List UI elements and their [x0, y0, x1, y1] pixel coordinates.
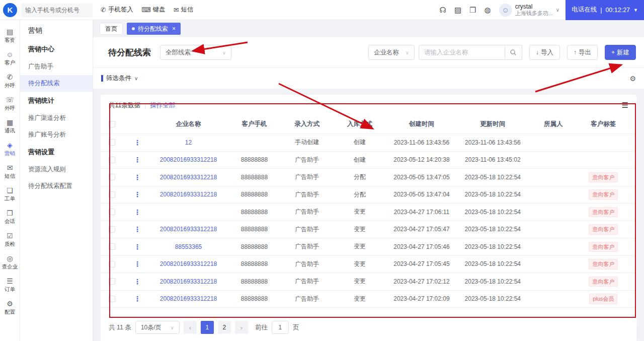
- company-link[interactable]: 12: [185, 139, 192, 146]
- gear-icon[interactable]: ⚙: [629, 75, 636, 83]
- row-checkbox[interactable]: [109, 174, 115, 180]
- rail-item-communication[interactable]: ▦通讯: [0, 115, 20, 138]
- user-menu[interactable]: crystal 上海钱多多功...: [515, 3, 553, 17]
- app-logo[interactable]: K: [3, 3, 17, 17]
- submenu-item[interactable]: 广告助手: [20, 58, 93, 75]
- company-link[interactable]: 20082016933312218: [160, 226, 217, 233]
- headset-icon[interactable]: ☊: [440, 6, 446, 15]
- rail-item-sms[interactable]: ✉短信: [0, 160, 20, 183]
- row-checkbox[interactable]: [109, 278, 115, 285]
- row-checkbox[interactable]: [109, 157, 115, 163]
- row-checkbox[interactable]: [109, 191, 115, 198]
- create-button[interactable]: + 新建: [605, 45, 636, 60]
- rail-item-order[interactable]: ☰订单: [0, 274, 20, 296]
- feedback-icon[interactable]: ◍: [485, 6, 491, 15]
- row-checkbox[interactable]: [109, 261, 115, 267]
- column-menu-icon[interactable]: ☰: [622, 101, 628, 110]
- page-button-1[interactable]: 1: [201, 321, 214, 334]
- customer-tag[interactable]: 意向客户: [589, 189, 618, 200]
- kebab-icon[interactable]: ⋮: [134, 225, 141, 233]
- row-checkbox[interactable]: [109, 209, 115, 215]
- rail-item-settings[interactable]: ⚙配置: [0, 296, 20, 319]
- next-page-button[interactable]: ›: [235, 321, 248, 334]
- submenu-item[interactable]: 资源流入规则: [20, 161, 93, 178]
- tab-home[interactable]: 首页: [100, 23, 123, 35]
- sms-button[interactable]: ✉ 短信: [174, 6, 194, 14]
- rail-item-marketing[interactable]: ◈营销: [0, 138, 20, 160]
- company-link[interactable]: 88553365: [175, 243, 202, 250]
- screenshot-icon[interactable]: ▨: [454, 6, 461, 15]
- submenu-item[interactable]: 推广渠道分析: [20, 110, 93, 126]
- lead-filter-select[interactable]: 全部线索 ∨: [160, 45, 231, 60]
- kebab-icon[interactable]: ⋮: [134, 139, 141, 147]
- rail-item-ticket[interactable]: ❏工单: [0, 183, 20, 206]
- created-time-cell: 2023-04-27 17:06:11: [386, 209, 457, 216]
- company-link[interactable]: 20082016933312218: [160, 260, 217, 267]
- customer-tag[interactable]: 意向客户: [589, 207, 618, 218]
- kebab-icon[interactable]: ⋮: [134, 190, 141, 198]
- rail-item-customer[interactable]: ☺客户: [0, 47, 20, 70]
- conversation-icon: ❐: [7, 209, 13, 217]
- customer-tag[interactable]: 意向客户: [589, 277, 618, 287]
- user-chevron-down-icon[interactable]: ∨: [556, 7, 559, 13]
- submenu-item[interactable]: 推广账号分析: [20, 126, 93, 143]
- page-button-2[interactable]: 2: [218, 321, 231, 334]
- phone-status-bar[interactable]: 电话在线 | 00:12:27 ▼: [566, 0, 644, 20]
- rail-item-outbound-call-2[interactable]: ☏外呼: [0, 92, 20, 115]
- updated-time-cell: 2023-05-18 10:22:54: [457, 260, 528, 267]
- prev-page-button[interactable]: ‹: [184, 321, 197, 334]
- customer-tag[interactable]: 意向客户: [589, 224, 618, 235]
- rail-item-outbound-call[interactable]: ✆外呼: [0, 70, 20, 92]
- import-button[interactable]: ↓ 导入: [529, 45, 560, 60]
- avatar[interactable]: ☺: [499, 4, 512, 17]
- kebab-icon[interactable]: ⋮: [134, 243, 141, 251]
- customer-tag[interactable]: plus会员: [589, 294, 617, 304]
- search-button[interactable]: [505, 45, 522, 60]
- company-link[interactable]: 20082016933312218: [160, 278, 217, 285]
- company-field-select[interactable]: 企业名称 ∨: [368, 45, 415, 60]
- operate-all-link[interactable]: 操作全部: [150, 101, 175, 110]
- kebab-icon[interactable]: ⋮: [134, 173, 141, 181]
- company-link[interactable]: 20082016933312218: [160, 295, 217, 302]
- filter-toggle-label[interactable]: 筛选条件: [106, 74, 131, 83]
- company-link[interactable]: 20082016933312218: [160, 191, 217, 198]
- customer-tag[interactable]: 意向客户: [589, 242, 618, 252]
- goto-page-input[interactable]: [272, 321, 289, 334]
- export-button[interactable]: ↑ 导出: [567, 45, 598, 60]
- phone-search-input[interactable]: [25, 7, 89, 14]
- customer-tag[interactable]: 意向客户: [589, 172, 618, 183]
- rail-item-quality-check[interactable]: ☑质检: [0, 228, 20, 251]
- phone-search-box[interactable]: [21, 3, 93, 17]
- company-link[interactable]: 20082016933312218: [160, 156, 217, 163]
- submenu-group-header[interactable]: 营销统计: [20, 92, 93, 110]
- kebab-icon[interactable]: ⋮: [134, 278, 141, 286]
- customer-tag[interactable]: 意向客户: [589, 259, 618, 269]
- row-checkbox[interactable]: [109, 226, 115, 233]
- filter-chevron-down-icon[interactable]: ∨: [134, 76, 138, 81]
- submenu-item[interactable]: 待分配线索: [20, 75, 93, 92]
- storage-method-cell: 变更: [334, 208, 386, 216]
- phone-signin-button[interactable]: ✆ 手机签入: [101, 6, 133, 14]
- tab-close-icon[interactable]: ×: [172, 25, 176, 32]
- kebab-icon[interactable]: ⋮: [134, 295, 141, 303]
- kebab-icon[interactable]: ⋮: [134, 208, 141, 216]
- rail-item-company-search[interactable]: ◎查企业: [0, 251, 20, 274]
- row-checkbox[interactable]: [109, 296, 115, 302]
- submenu-group-header[interactable]: 营销设置: [20, 143, 93, 161]
- rail-item-customer-assets[interactable]: ▤客资: [0, 24, 20, 47]
- kebab-icon[interactable]: ⋮: [134, 260, 141, 268]
- company-search-input[interactable]: [419, 45, 505, 60]
- select-all-checkbox[interactable]: [109, 121, 115, 127]
- col-header-entry-method: 录入方式: [281, 120, 334, 128]
- submenu-group-header[interactable]: 营销中心: [20, 40, 93, 58]
- manual-icon[interactable]: ❒: [469, 6, 476, 15]
- row-checkbox[interactable]: [109, 139, 115, 146]
- tab-pending-leads[interactable]: 待分配线索 ×: [127, 23, 181, 35]
- page-size-select[interactable]: 10条/页 ∨: [135, 321, 180, 334]
- company-link[interactable]: 20082016933312218: [160, 174, 217, 181]
- row-checkbox[interactable]: [109, 243, 115, 250]
- kebab-icon[interactable]: ⋮: [134, 156, 141, 164]
- keyboard-button[interactable]: ⌨ 键盘: [141, 6, 166, 14]
- submenu-item[interactable]: 待分配线索配置: [20, 178, 93, 194]
- rail-item-conversation[interactable]: ❐会话: [0, 206, 20, 228]
